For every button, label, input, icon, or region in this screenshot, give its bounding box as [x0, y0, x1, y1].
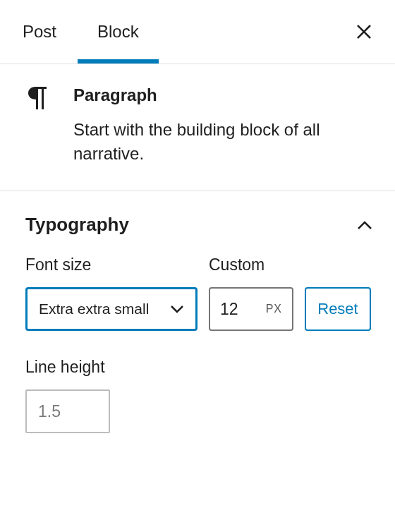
block-description-section: Paragraph Start with the building block … — [0, 64, 395, 191]
block-subtitle: Start with the building block of all nar… — [73, 118, 372, 165]
tab-post[interactable]: Post — [23, 0, 56, 64]
reset-button[interactable]: Reset — [305, 287, 371, 331]
custom-font-size-input[interactable]: 12 PX — [209, 287, 293, 331]
custom-font-size-value: 12 — [220, 300, 266, 319]
paragraph-icon — [28, 87, 52, 165]
font-size-select[interactable]: Extra extra small — [25, 287, 198, 331]
tab-block-label: Block — [97, 22, 139, 42]
custom-font-size-unit: PX — [266, 303, 282, 315]
typography-section-toggle[interactable]: Typography — [25, 191, 372, 255]
close-icon — [356, 24, 372, 40]
tab-block[interactable]: Block — [97, 0, 139, 64]
reset-button-label: Reset — [317, 300, 358, 318]
font-size-value: Extra extra small — [39, 301, 170, 318]
line-height-placeholder: 1.5 — [38, 402, 61, 421]
custom-font-size-label: Custom — [209, 255, 293, 274]
tab-post-label: Post — [23, 22, 56, 42]
chevron-up-icon — [357, 216, 372, 234]
line-height-input[interactable]: 1.5 — [25, 389, 110, 433]
typography-section-title: Typography — [25, 214, 357, 236]
line-height-label: Line height — [25, 358, 372, 377]
block-title: Paragraph — [73, 85, 372, 105]
font-size-label: Font size — [25, 255, 198, 274]
close-button[interactable] — [350, 18, 378, 46]
chevron-down-icon — [170, 305, 184, 313]
